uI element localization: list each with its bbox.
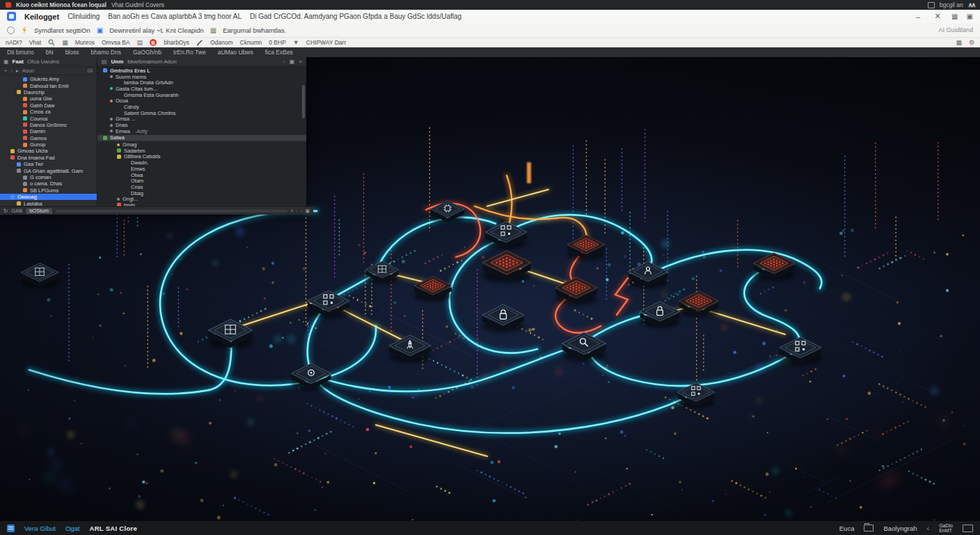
toolbar-item[interactable]: 0 BHP — [269, 39, 286, 46]
menu-item[interactable]: aUMao Ubws — [218, 49, 253, 56]
project-tree-item[interactable]: SB LPGums — [0, 187, 97, 194]
close-button[interactable]: ✕ — [932, 12, 943, 21]
folder-icon[interactable] — [864, 525, 874, 532]
menu-item[interactable]: Dti bmuno — [7, 49, 34, 56]
project-tree-item[interactable]: Damtn — [0, 128, 97, 134]
project-tree-item[interactable]: Gahh Daw — [0, 102, 97, 109]
appbar-menu-item[interactable]: Clinluiding — [68, 13, 100, 20]
structure-tree-item[interactable]: Suvrm mems — [97, 74, 306, 80]
project-tree-item[interactable]: Dahoud tan Emil — [0, 82, 97, 88]
structure-tree-item[interactable]: Cdndy — [97, 104, 306, 110]
circle-icon[interactable]: ◦ — [296, 208, 297, 214]
structure-tree-item[interactable]: Gmsa ... — [97, 116, 306, 123]
display-icon[interactable] — [963, 525, 973, 532]
menu-item[interactable]: fica ExBes — [265, 49, 293, 56]
layout-icon[interactable]: ▦ — [951, 13, 958, 20]
ribbon-item[interactable]: Symdlaret segttiOn — [34, 26, 90, 34]
strip-button[interactable]: bOStum — [26, 208, 52, 214]
tab-structure[interactable]: Ofua Uwutns — [27, 59, 59, 65]
close-panel-icon[interactable]: × — [299, 59, 302, 65]
project-tree-item[interactable]: o cama. Dhas — [0, 180, 97, 187]
structure-tree-item[interactable]: tamba Dnata GrbAdn — [97, 79, 306, 86]
structure-tree-item[interactable]: Dbag — [97, 190, 306, 196]
project-tree-item[interactable]: Daunchp — [0, 89, 97, 95]
structure-tree-item[interactable]: Dnas — [97, 122, 306, 128]
add-icon[interactable]: + — [4, 68, 7, 74]
structure-tree-item[interactable]: Sadarbm — [97, 148, 306, 154]
toolbar-item[interactable]: bharbOys — [164, 39, 189, 46]
vertical-scrollbar[interactable] — [302, 85, 305, 118]
toolbar-item[interactable]: CHIPWAY Darr — [306, 39, 346, 46]
sort-label[interactable]: Gl — [88, 68, 93, 74]
project-tree-item[interactable]: Dna tmama Fad — [0, 155, 97, 161]
structure-tree-item[interactable]: Satwa — [97, 134, 306, 142]
panel-icon[interactable]: ▣ — [967, 13, 973, 20]
horizontal-scrollbar[interactable] — [56, 210, 287, 212]
grid-icon[interactable]: ▦ — [62, 39, 68, 46]
menu-item[interactable]: bloss — [65, 49, 79, 56]
structure-tree-item[interactable]: Cnas — [97, 184, 306, 190]
structure-tree-item[interactable]: Ocua — [97, 98, 306, 104]
gear-icon[interactable]: ⚙ — [969, 39, 974, 46]
options-icon[interactable]: ◦ — [283, 59, 285, 65]
ribbon-item[interactable]: Eargumal bwhamtlas. — [223, 26, 286, 34]
maximize-icon[interactable] — [928, 2, 935, 8]
filter-icon[interactable]: ▼ — [293, 39, 299, 46]
project-tree-item[interactable]: Gaa Twr — [0, 161, 97, 167]
modules-icon[interactable]: ▦ — [956, 39, 962, 46]
dot-icon[interactable]: ◦ — [10, 68, 13, 74]
structure-tree-item[interactable]: GBbwa Cabdds — [97, 154, 306, 160]
appbar-menu-item[interactable]: Ban aoGh es Cava aplarbbA 3 tmg hoor AL — [108, 13, 242, 20]
minimize-panel-icon[interactable]: ▣ — [290, 59, 295, 65]
structure-tree-item[interactable]: Gngl... — [97, 196, 306, 202]
toolbar-item[interactable]: Vhat — [29, 39, 42, 46]
project-tree-item[interactable]: Gluknts Amy — [0, 76, 97, 82]
structure-tree-item[interactable]: Emws — [97, 166, 306, 172]
toolbar-item[interactable]: Odanom — [210, 39, 233, 46]
refresh-icon[interactable]: ↻ — [3, 208, 8, 214]
minimize-button[interactable]: – — [912, 13, 924, 21]
project-tree-item[interactable]: Gwaoag — [0, 194, 97, 200]
tab-files[interactable]: Faat — [13, 59, 24, 65]
chevrons-icon[interactable]: ∧∧ — [968, 1, 974, 8]
toolbar-item[interactable]: Omvsa BA — [102, 39, 130, 46]
arrow-icon[interactable]: » — [291, 208, 294, 214]
record-icon[interactable] — [7, 26, 15, 34]
project-tree-item[interactable]: Gamos — [0, 135, 97, 141]
structure-tree-item[interactable]: Emwa-Adfg — [97, 128, 306, 134]
b-badge-icon[interactable]: B — [150, 39, 157, 46]
status-link[interactable]: Ogat — [65, 525, 80, 532]
structure-tree-item[interactable]: Gmsma Esta Gunarahh — [97, 92, 306, 98]
toolbar-item[interactable]: nADI? — [6, 39, 22, 46]
structure-tree-item[interactable]: Sabmt Gmma Chmfns — [97, 110, 306, 116]
menu-item[interactable]: bN — [46, 49, 54, 56]
appbar-menu-item[interactable]: Di Gad CrGCOd. Aamdyang PGaon Gfpda a Ba… — [250, 13, 461, 20]
menu-item[interactable]: GaOGh/nb — [133, 49, 161, 56]
expand-icon[interactable]: ▸ — [16, 68, 19, 74]
toolbar-item[interactable]: Cknumn — [240, 39, 262, 46]
project-tree-item[interactable]: G coman — [0, 174, 97, 180]
structure-tree-item[interactable]: Gmtndhs Eras L — [97, 68, 306, 74]
project-tree-item[interactable]: Gunop — [0, 141, 97, 148]
tab-unm[interactable]: Unm — [111, 59, 124, 65]
menu-item[interactable]: trEn.Ro Twe — [173, 49, 206, 56]
structure-tree-item[interactable]: Dwadn. — [97, 160, 306, 166]
menu-item[interactable]: bhamo Dns — [90, 49, 120, 56]
square-icon[interactable]: ▫ — [301, 208, 302, 214]
flash-icon[interactable] — [21, 26, 28, 34]
project-tree-item[interactable]: uuna Giw — [0, 95, 97, 102]
structure-tree-item[interactable]: Otwa — [97, 172, 306, 178]
chevron-left-icon[interactable]: ‹ — [926, 524, 929, 532]
grid-small-icon[interactable]: ▣ — [305, 208, 310, 214]
toolbar-item[interactable]: Munros — [75, 39, 95, 46]
rows-icon[interactable]: ▤ — [137, 39, 143, 46]
project-tree-item[interactable]: GA Ghan agattblaB. Gam — [0, 167, 97, 173]
structure-tree-item[interactable]: Otam — [97, 178, 306, 184]
search-icon[interactable] — [48, 39, 55, 46]
ribbon-item[interactable]: Dewnretinl alay ~t. Knt Cleapidn — [109, 26, 203, 34]
project-tree-item[interactable]: Gmuas Uicta — [0, 148, 97, 154]
structure-tree-item[interactable]: Gmag — [97, 141, 306, 148]
project-tree-item[interactable]: Cmos za — [0, 109, 97, 115]
structure-tree-item[interactable]: Gasta Citas tum... — [97, 86, 306, 92]
project-tree-item[interactable]: Danos GnSmnc — [0, 122, 97, 128]
